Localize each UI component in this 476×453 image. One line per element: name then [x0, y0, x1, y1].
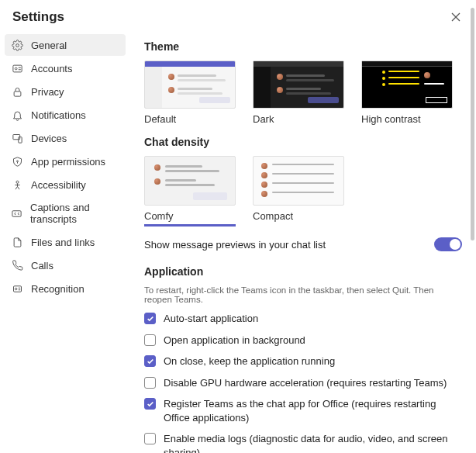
theme-option-default[interactable]: Default — [144, 61, 236, 125]
theme-options: Default Dark — [144, 61, 462, 125]
sidebar-item-accounts[interactable]: Accounts — [5, 57, 126, 79]
sidebar-item-privacy[interactable]: Privacy — [5, 81, 126, 102]
checkbox-media-logs[interactable] — [144, 433, 156, 444]
bell-icon — [11, 109, 23, 121]
preview-toggle[interactable] — [434, 237, 462, 251]
density-label-comfy: Comfy — [144, 210, 236, 222]
sidebar-item-label: Calls — [31, 260, 53, 271]
application-title: Application — [144, 265, 462, 278]
svg-rect-3 — [14, 91, 21, 95]
theme-label-hc: High contrast — [361, 113, 453, 125]
svg-point-0 — [16, 43, 19, 47]
checkbox-open-bg[interactable] — [144, 334, 156, 346]
theme-title: Theme — [144, 40, 462, 53]
checkbox-label: Register Teams as the chat app for Offic… — [164, 397, 462, 424]
sidebar-item-label: Recognition — [31, 283, 85, 295]
checkbox-on-close[interactable] — [144, 355, 156, 367]
theme-thumb-hc — [361, 61, 453, 109]
checkbox-label: Enable media logs (diagnostic data for a… — [164, 432, 462, 453]
svg-rect-8 — [12, 210, 21, 216]
sidebar-item-calls[interactable]: Calls — [5, 254, 126, 276]
density-title: Chat density — [144, 136, 462, 148]
phone-icon — [11, 259, 23, 271]
sidebar-item-label: Privacy — [31, 86, 64, 98]
scrollbar[interactable] — [471, 8, 474, 240]
sidebar-item-app-permissions[interactable]: App permissions — [5, 150, 126, 172]
close-icon — [451, 12, 460, 22]
settings-main: Theme Default — [130, 31, 476, 453]
checkbox-disable-gpu[interactable] — [144, 377, 156, 389]
svg-point-6 — [16, 160, 18, 161]
badge-icon — [11, 282, 23, 295]
sidebar-item-files[interactable]: Files and links — [5, 231, 126, 253]
checkbox-auto-start[interactable] — [144, 313, 156, 324]
sidebar-item-general[interactable]: General — [5, 34, 126, 56]
density-thumb-compact — [253, 156, 344, 206]
sidebar-item-label: General — [31, 40, 67, 51]
svg-point-10 — [15, 288, 17, 290]
sidebar-item-label: Notifications — [31, 109, 86, 121]
svg-point-7 — [16, 181, 18, 183]
theme-label-dark: Dark — [253, 113, 344, 125]
checkbox-label: Disable GPU hardware acceleration (requi… — [164, 376, 447, 390]
account-icon — [11, 62, 23, 74]
lock-icon — [11, 85, 23, 98]
page-title: Settings — [12, 9, 64, 25]
app-option-disable-gpu: Disable GPU hardware acceleration (requi… — [144, 376, 462, 390]
shield-icon — [11, 155, 23, 168]
application-hint: To restart, right-click the Teams icon i… — [144, 285, 462, 304]
theme-label-default: Default — [144, 113, 236, 125]
checkbox-label: Auto-start application — [164, 312, 258, 326]
cc-icon — [11, 207, 22, 220]
close-button[interactable] — [448, 9, 464, 25]
sidebar-item-label: Devices — [31, 133, 67, 144]
settings-sidebar: GeneralAccountsPrivacyNotificationsDevic… — [0, 31, 130, 453]
density-option-comfy[interactable]: Comfy — [144, 156, 236, 226]
app-option-media-logs: Enable media logs (diagnostic data for a… — [144, 432, 462, 453]
sidebar-item-recognition[interactable]: Recognition — [5, 278, 126, 299]
density-label-compact: Compact — [253, 210, 344, 222]
app-option-register-chat: Register Teams as the chat app for Offic… — [144, 397, 462, 424]
gear-icon — [11, 39, 23, 51]
sidebar-item-notifications[interactable]: Notifications — [5, 104, 126, 126]
file-icon — [11, 236, 23, 248]
sidebar-item-captions[interactable]: Captions and transcripts — [5, 197, 126, 230]
sidebar-item-devices[interactable]: Devices — [5, 127, 126, 149]
app-option-open-bg: Open application in background — [144, 334, 462, 348]
sidebar-item-label: Captions and transcripts — [30, 202, 119, 225]
app-option-auto-start: Auto-start application — [144, 312, 462, 326]
sidebar-item-label: App permissions — [31, 156, 105, 168]
svg-point-2 — [15, 67, 17, 70]
checkbox-label: Open application in background — [164, 334, 305, 348]
app-option-on-close: On close, keep the application running — [144, 354, 462, 368]
density-option-compact[interactable]: Compact — [253, 156, 344, 226]
sidebar-item-label: Accessibility — [31, 179, 86, 191]
density-options: Comfy Compact — [144, 156, 462, 226]
checkbox-register-chat[interactable] — [144, 398, 156, 410]
theme-thumb-default — [144, 61, 236, 109]
theme-thumb-dark — [253, 61, 344, 109]
device-icon — [11, 132, 23, 144]
sidebar-item-label: Accounts — [31, 63, 72, 74]
density-thumb-comfy — [144, 156, 236, 206]
preview-label: Show message previews in your chat list — [144, 239, 326, 251]
sidebar-item-accessibility[interactable]: Accessibility — [5, 174, 126, 195]
theme-option-dark[interactable]: Dark — [253, 61, 344, 125]
sidebar-item-label: Files and links — [31, 237, 95, 248]
theme-option-high-contrast[interactable]: High contrast — [361, 61, 453, 125]
checkbox-label: On close, keep the application running — [164, 354, 335, 368]
person-icon — [11, 178, 23, 191]
